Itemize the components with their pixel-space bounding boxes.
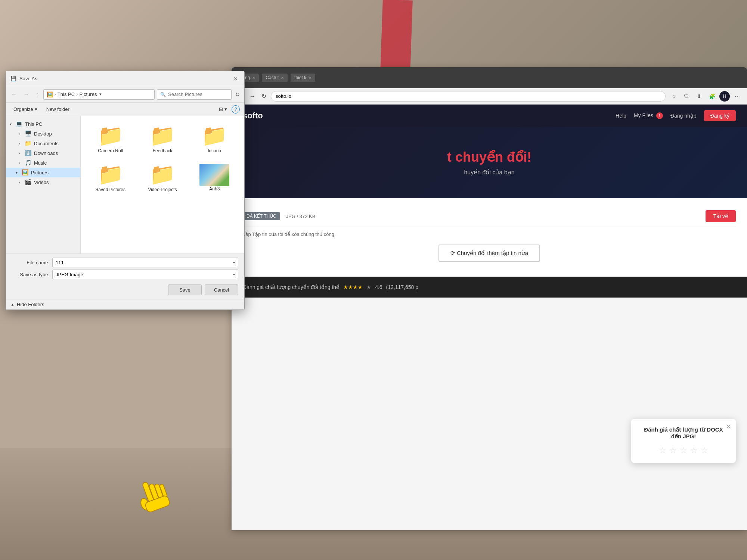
rating-star-half: ★ [366, 284, 371, 290]
save-button[interactable]: Save [168, 284, 202, 295]
help-button[interactable]: ? [232, 105, 240, 113]
view-button[interactable]: ⊞ ▾ [216, 105, 230, 113]
nav-item-this-pc[interactable]: ▾ 💻 This PC [6, 119, 80, 129]
breadcrumb-pictures[interactable]: Pictures [79, 91, 97, 97]
folder-lucario[interactable]: 📁 lucario [191, 122, 238, 156]
login-link[interactable]: Đăng nhập [670, 113, 697, 119]
save-dialog: 💾 Save As ✕ ← → ↑ 🖼️ › This PC › Picture… [6, 71, 245, 310]
bookmark-icon[interactable]: ☆ [669, 91, 679, 102]
folder-feedback[interactable]: 📁 Feedback [139, 122, 186, 156]
folder-icon-video-projects: 📁 [149, 164, 176, 185]
savetype-label: Save as type: [12, 272, 49, 277]
nav-pane: ▾ 💻 This PC › 🖥️ Desktop › 📁 Documents ›… [6, 116, 81, 253]
status-badge: ĐÃ KẾT THÚC [243, 212, 280, 220]
nav-item-downloads[interactable]: › ⬇️ Downloads [6, 148, 80, 158]
extension-icon[interactable]: 🧩 [707, 91, 717, 102]
folder-anh3[interactable]: Ảnh3 [191, 161, 238, 195]
dialog-up-button[interactable]: ↑ [34, 90, 41, 99]
star-2[interactable]: ☆ [669, 446, 677, 455]
star-5[interactable]: ☆ [701, 446, 708, 455]
folder-icon-feedback: 📁 [149, 125, 176, 146]
new-folder-label: New folder [46, 106, 69, 112]
tab-close-1[interactable]: ✕ [252, 76, 255, 80]
tab-label-2: Cách t [266, 75, 279, 80]
hide-folders-icon: ▲ [10, 302, 15, 307]
actions-bar: Organize ▾ New folder ⊞ ▾ ? [6, 103, 244, 116]
breadcrumb-this-pc[interactable]: This PC [58, 91, 75, 97]
rating-popup-title: Đánh giá chất lượng từ DOCX đến JPG! [639, 426, 728, 440]
softo-header: softo Help My Files 1 Đăng nhập Đăng ký [232, 105, 747, 127]
videos-label: Videos [34, 180, 49, 185]
dialog-body: ▾ 💻 This PC › 🖥️ Desktop › 📁 Documents ›… [6, 116, 244, 253]
expand-videos[interactable]: › [16, 180, 22, 184]
filename-dropdown-arrow[interactable]: ▾ [233, 261, 235, 265]
forward-button[interactable]: → [248, 91, 257, 101]
shield-icon[interactable]: 🛡 [681, 91, 692, 102]
star-3[interactable]: ☆ [680, 446, 687, 455]
url-input[interactable] [271, 91, 666, 102]
music-icon: 🎵 [25, 159, 32, 166]
file-grid: 📁 Camera Roll 📁 Feedback 📁 lucario 📁 Sav… [81, 116, 244, 253]
dialog-forward-button[interactable]: → [21, 90, 31, 99]
dialog-back-button[interactable]: ← [9, 90, 19, 99]
browser-tab-2[interactable]: Cách t ✕ [262, 74, 288, 82]
help-link[interactable]: Help [616, 113, 626, 119]
desktop-icon: 🖥️ [25, 130, 32, 137]
savetype-dropdown-arrow[interactable]: ▾ [233, 273, 235, 277]
filename-label: File name: [12, 260, 49, 265]
reload-button[interactable]: ↻ [260, 91, 268, 101]
folder-camera-roll[interactable]: 📁 Camera Roll [87, 122, 134, 156]
menu-icon[interactable]: ⋯ [732, 91, 743, 102]
folder-name-feedback: Feedback [153, 148, 173, 153]
folder-video-projects[interactable]: 📁 Video Projects [139, 161, 186, 195]
refresh-button[interactable]: ↻ [234, 90, 241, 99]
tab-close-2[interactable]: ✕ [281, 76, 284, 80]
folder-saved-pictures[interactable]: 📁 Saved Pictures [87, 161, 134, 195]
file-status-row: ĐÃ KẾT THÚC JPG / 372 KB Tải về [243, 206, 736, 227]
new-folder-button[interactable]: New folder [43, 105, 72, 113]
star-1[interactable]: ☆ [659, 446, 666, 455]
folder-name-anh3: Ảnh3 [209, 186, 220, 192]
nav-item-desktop[interactable]: › 🖥️ Desktop [6, 129, 80, 139]
register-button[interactable]: Đăng ký [704, 110, 736, 121]
documents-label: Documents [34, 141, 59, 146]
folder-name-camera-roll: Camera Roll [98, 148, 123, 153]
dialog-buttons: Save Cancel [12, 281, 238, 295]
organize-button[interactable]: Organize ▾ [10, 105, 40, 113]
download-icon[interactable]: ⬇ [694, 91, 704, 102]
dialog-toolbar: ← → ↑ 🖼️ › This PC › Pictures ▾ 🔍 ↻ [6, 86, 244, 103]
tab-label-3: thiet k [294, 75, 306, 80]
user-icon[interactable]: H [719, 91, 730, 102]
folder-icon-lucario: 📁 [201, 125, 227, 146]
hide-folders-row[interactable]: ▲ Hide Folders [6, 299, 244, 309]
expand-desktop[interactable]: › [16, 132, 22, 136]
convert-more-button[interactable]: ⟳ Chuyển đổi thêm tập tin nữa [438, 245, 540, 262]
expand-this-pc[interactable]: ▾ [7, 122, 13, 126]
breadcrumb-sep-2: › [76, 91, 78, 97]
filename-input[interactable] [56, 260, 233, 265]
search-input[interactable] [168, 91, 231, 97]
breadcrumb-dropdown[interactable]: ▾ [98, 92, 103, 97]
folder-name-lucario: lucario [208, 148, 221, 153]
rating-popup-close[interactable]: ✕ [726, 423, 731, 431]
expand-downloads[interactable]: › [16, 151, 22, 155]
download-button[interactable]: Tải về [706, 210, 736, 222]
browser-tab-3[interactable]: thiet k ✕ [291, 74, 315, 82]
nav-item-videos[interactable]: › 🎬 Videos [6, 177, 80, 187]
popup-stars[interactable]: ☆ ☆ ☆ ☆ ☆ [639, 446, 728, 455]
cancel-button[interactable]: Cancel [205, 284, 238, 295]
tab-close-3[interactable]: ✕ [309, 76, 311, 80]
star-4[interactable]: ☆ [690, 446, 698, 455]
nav-item-pictures[interactable]: ▾ 🖼️ Pictures [6, 168, 80, 177]
folder-name-video-projects: Video Projects [148, 187, 177, 192]
rating-score: 4.6 [375, 284, 382, 290]
dialog-close-button[interactable]: ✕ [232, 75, 240, 83]
downloads-label: Downloads [34, 150, 58, 156]
expand-music[interactable]: › [16, 161, 22, 165]
my-files-link[interactable]: My Files 1 [634, 112, 663, 119]
expand-pictures[interactable]: ▾ [13, 171, 19, 175]
pictures-label: Pictures [31, 170, 49, 175]
nav-item-documents[interactable]: › 📁 Documents [6, 139, 80, 148]
nav-item-music[interactable]: › 🎵 Music [6, 158, 80, 168]
expand-documents[interactable]: › [16, 141, 22, 146]
